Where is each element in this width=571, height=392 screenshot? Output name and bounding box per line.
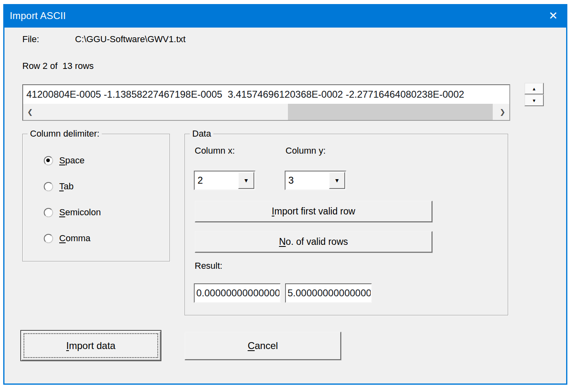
no-of-valid-rows-button[interactable]: No. of valid rows: [195, 231, 432, 253]
import-first-valid-row-button[interactable]: Import first valid row: [195, 201, 432, 222]
radio-space-circle[interactable]: [44, 156, 53, 165]
import-ascii-dialog: Import ASCII ✕ File: C:\GGU-Software\GWV…: [3, 4, 567, 385]
column-x-dropdown-button[interactable]: ▼: [238, 172, 254, 189]
row-counter: Row 2 of 13 rows: [22, 61, 94, 71]
radio-semicolon-circle[interactable]: [44, 208, 53, 217]
column-x-value: 2: [195, 171, 238, 189]
arrow-up-icon: ▲: [532, 86, 537, 91]
radio-comma-circle[interactable]: [44, 234, 53, 243]
column-y-label: Column y:: [286, 146, 326, 156]
result-label: Result:: [195, 261, 222, 271]
cancel-button[interactable]: Cancel: [185, 332, 341, 360]
data-group: Data Column x: Column y: 2 ▼ 3 ▼ Import …: [185, 134, 508, 315]
chevron-down-icon: ▼: [334, 177, 340, 184]
scroll-right-icon: ❯: [500, 108, 505, 116]
column-y-dropdown-button[interactable]: ▼: [329, 172, 345, 189]
scrollbar-thumb[interactable]: [288, 104, 493, 120]
data-group-title: Data: [190, 129, 213, 139]
radio-tab[interactable]: Tab: [44, 181, 73, 192]
radio-tab-circle[interactable]: [44, 182, 53, 191]
scroll-left-button[interactable]: ❮: [23, 104, 37, 120]
row-preview-box: 41200804E-0005 -1.13858227467198E-0005 3…: [22, 84, 510, 121]
scroll-right-button[interactable]: ❯: [496, 104, 509, 120]
row-spinner: ▲ ▼: [524, 83, 544, 106]
column-x-select[interactable]: 2 ▼: [194, 171, 255, 190]
horizontal-scrollbar[interactable]: ❮ ❯: [23, 104, 509, 120]
row-preview-text[interactable]: 41200804E-0005 -1.13858227467198E-0005 3…: [23, 85, 509, 104]
column-y-value: 3: [286, 171, 328, 189]
spin-up-button[interactable]: ▲: [524, 83, 544, 94]
column-y-select[interactable]: 3 ▼: [285, 171, 346, 190]
column-x-label: Column x:: [195, 146, 235, 156]
spin-down-button[interactable]: ▼: [524, 94, 544, 106]
radio-semicolon-label: Semicolon: [59, 207, 101, 218]
dialog-body: File: C:\GGU-Software\GWV1.txt Row 2 of …: [4, 28, 566, 383]
result-y-field[interactable]: [285, 283, 372, 303]
radio-space[interactable]: Space: [44, 155, 84, 166]
radio-tab-label: Tab: [59, 181, 73, 192]
chevron-down-icon: ▼: [243, 177, 249, 184]
radio-semicolon[interactable]: Semicolon: [44, 207, 101, 218]
import-data-button-label: Import data: [66, 340, 115, 351]
arrow-down-icon: ▼: [532, 98, 537, 103]
result-x-field[interactable]: [194, 283, 281, 303]
close-icon: ✕: [549, 9, 558, 22]
import-data-button[interactable]: Import data: [20, 330, 161, 361]
radio-comma[interactable]: Comma: [44, 233, 90, 244]
file-path: C:\GGU-Software\GWV1.txt: [75, 34, 186, 45]
close-button[interactable]: ✕: [540, 4, 566, 28]
scroll-left-icon: ❮: [27, 108, 33, 116]
dialog-title: Import ASCII: [4, 10, 66, 21]
column-delimiter-group-title: Column delimiter:: [28, 129, 102, 139]
title-bar: Import ASCII ✕: [4, 4, 566, 28]
radio-comma-label: Comma: [59, 233, 90, 244]
radio-space-label: Space: [59, 155, 84, 166]
column-delimiter-group: Column delimiter: Space Tab Semicolon Co…: [22, 134, 170, 261]
file-label: File:: [22, 34, 39, 45]
